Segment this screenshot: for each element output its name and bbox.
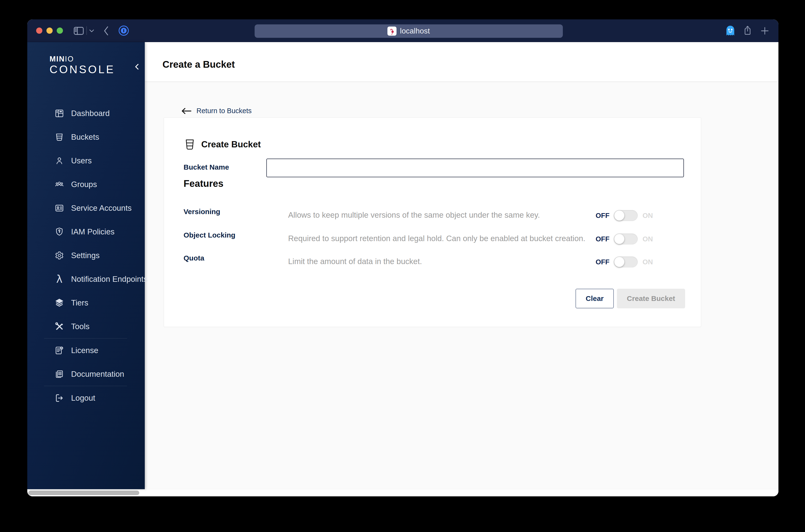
create-bucket-button[interactable]: Create Bucket [617, 289, 685, 308]
browser-window: localhost [27, 19, 779, 496]
sidebar-item-users[interactable]: Users [27, 149, 145, 172]
layers-icon [54, 297, 65, 308]
sidebar-item-tools[interactable]: Tools [27, 315, 145, 338]
sidebar-item-label: Buckets [71, 133, 99, 141]
lambda-icon: λ [54, 274, 65, 285]
onepassword-extension-icon[interactable] [118, 25, 129, 36]
toggle-off-label: OFF [596, 235, 610, 243]
feature-description: Required to support retention and legal … [288, 234, 585, 243]
sidebar-item-iam-policies[interactable]: IAM Policies [27, 220, 145, 244]
address-bar[interactable]: localhost [255, 24, 563, 38]
page-header: Create a Bucket [145, 42, 779, 81]
sidebar-item-label: Tiers [71, 298, 88, 307]
logo-console: CONSOLE [50, 63, 115, 76]
ghostery-extension-icon[interactable] [725, 25, 736, 36]
sidebar: MINIO CONSOLE [27, 42, 145, 489]
sidebar-toggle-icon[interactable] [74, 26, 84, 35]
create-bucket-panel: Create Bucket Bucket Name Features Versi… [164, 117, 701, 327]
sidebar-item-label: IAM Policies [71, 227, 115, 236]
browser-titlebar: localhost [27, 19, 779, 42]
toggle-on-label: ON [642, 258, 653, 266]
feature-row-versioning: Versioning Allows to keep multiple versi… [184, 202, 682, 224]
sidebar-item-tiers[interactable]: Tiers [27, 291, 145, 315]
close-window-button[interactable] [36, 27, 42, 34]
sidebar-item-documentation[interactable]: Documentation [27, 362, 145, 386]
minio-console-logo: MINIO CONSOLE [50, 55, 115, 76]
sidebar-item-notification-endpoints[interactable]: λ Notification Endpoints [27, 267, 145, 291]
id-card-icon [54, 203, 65, 214]
toggle-switch[interactable] [614, 256, 638, 267]
sidebar-menu: Dashboard Buckets [27, 101, 145, 410]
sidebar-item-label: Logout [71, 394, 95, 403]
sidebar-item-label: Tools [71, 322, 90, 331]
page-title: Create a Bucket [163, 59, 235, 70]
feature-row-quota: Quota Limit the amount of data in the bu… [184, 248, 682, 271]
toggle-knob[interactable] [614, 234, 624, 244]
user-icon [54, 155, 65, 166]
sidebar-item-label: Dashboard [71, 109, 110, 118]
feature-label: Versioning [184, 208, 220, 216]
sidebar-item-groups[interactable]: Groups [27, 172, 145, 196]
sidebar-item-label: License [71, 346, 98, 355]
zoom-window-button[interactable] [57, 27, 63, 34]
panel-title: Create Bucket [184, 138, 261, 151]
group-icon [54, 179, 65, 190]
license-icon [54, 345, 65, 356]
new-tab-icon[interactable] [761, 26, 769, 35]
feature-label: Quota [184, 254, 204, 262]
sidebar-item-label: Settings [71, 251, 99, 260]
site-favicon [388, 26, 396, 36]
sidebar-item-label: Notification Endpoints [71, 274, 147, 284]
toggle-on-label: ON [642, 235, 653, 243]
toggle-knob[interactable] [614, 257, 624, 267]
logo-min: MIN [50, 55, 65, 63]
minimize-window-button[interactable] [46, 27, 53, 34]
share-icon[interactable] [744, 25, 751, 35]
versioning-toggle: OFF ON [596, 210, 653, 221]
logout-icon [54, 393, 65, 403]
toggle-on-label: ON [642, 212, 653, 220]
toggle-switch[interactable] [614, 210, 638, 221]
page-body: Return to Buckets Create Bucket Bucket N… [145, 81, 779, 489]
sidebar-collapse-icon[interactable] [133, 63, 140, 71]
minio-flamingo-icon [388, 27, 396, 35]
back-navigation-icon[interactable] [103, 26, 109, 36]
sidebar-item-label: Users [71, 156, 92, 165]
object-locking-toggle: OFF ON [596, 233, 653, 245]
sidebar-item-service-accounts[interactable]: Service Accounts [27, 196, 145, 220]
bucket-name-label: Bucket Name [184, 163, 229, 171]
sidebar-item-label: Service Accounts [71, 204, 132, 213]
sidebar-item-license[interactable]: License [27, 339, 145, 362]
horizontal-scrollbar [27, 489, 779, 496]
bucket-name-input[interactable] [266, 158, 684, 177]
dashboard-icon [54, 108, 65, 119]
panel-title-label: Create Bucket [201, 139, 261, 150]
shield-key-icon [54, 226, 65, 237]
feature-row-object-locking: Object Locking Required to support reten… [184, 225, 682, 248]
return-to-buckets-link[interactable]: Return to Buckets [181, 107, 252, 115]
toggle-knob[interactable] [614, 210, 624, 221]
bucket-icon [184, 138, 195, 151]
sidebar-item-dashboard[interactable]: Dashboard [27, 101, 145, 125]
bucket-icon [54, 132, 65, 142]
back-arrow-icon [181, 108, 192, 115]
chevron-down-icon[interactable] [89, 29, 94, 33]
gear-icon [54, 250, 65, 261]
quota-toggle: OFF ON [596, 256, 653, 267]
sidebar-item-logout[interactable]: Logout [27, 386, 145, 410]
toggle-off-label: OFF [596, 258, 610, 266]
documentation-icon [54, 368, 65, 380]
sidebar-item-label: Documentation [71, 369, 124, 379]
feature-label: Object Locking [184, 231, 236, 239]
toggle-off-label: OFF [596, 212, 610, 220]
clear-button[interactable]: Clear [576, 289, 614, 308]
toggle-switch[interactable] [614, 233, 638, 245]
scrollbar-thumb[interactable] [28, 491, 139, 495]
sidebar-item-buckets[interactable]: Buckets [27, 125, 145, 149]
feature-description: Allows to keep multiple versions of the … [288, 210, 540, 220]
sidebar-item-settings[interactable]: Settings [27, 244, 145, 267]
logo-io: IO [65, 55, 74, 63]
toolbar-divider [87, 26, 87, 35]
features-heading: Features [184, 178, 224, 189]
feature-description: Limit the amount of data in the bucket. [288, 257, 422, 266]
